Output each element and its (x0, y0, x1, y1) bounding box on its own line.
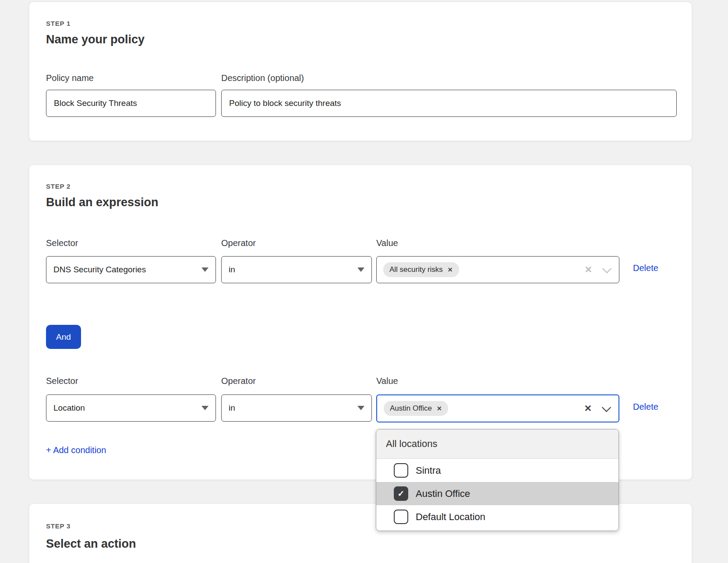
chevron-down-icon[interactable] (602, 403, 611, 412)
caret-down-icon (201, 406, 209, 410)
selector-dropdown-row2[interactable]: Location (46, 394, 216, 422)
policy-name-input[interactable] (46, 90, 216, 117)
value-multiselect-row2[interactable]: Austin Office ✕ ✕ (376, 394, 619, 422)
selector-dropdown-row1-value: DNS Security Categories (53, 265, 146, 274)
operator-dropdown-row1-value: in (229, 265, 235, 274)
operator-column-label: Operator (221, 376, 256, 386)
caret-down-icon (201, 267, 209, 272)
operator-dropdown-row2-value: in (229, 403, 235, 413)
operator-dropdown-row2[interactable]: in (221, 394, 372, 422)
step1-label: STEP 1 (46, 20, 71, 27)
step2-label: STEP 2 (46, 183, 71, 190)
selector-dropdown-row1[interactable]: DNS Security Categories (46, 256, 216, 283)
operator-column-label: Operator (221, 238, 256, 248)
operator-dropdown-row1[interactable]: in (221, 256, 372, 283)
step3-label: STEP 3 (46, 522, 71, 530)
dropdown-option-austin-office[interactable]: ✓ Austin Office (376, 482, 618, 505)
selector-column-label: Selector (46, 376, 78, 386)
value-tag: Austin Office ✕ (384, 401, 448, 416)
dropdown-option-label: Default Location (416, 511, 485, 523)
dropdown-option-label: Sintra (416, 465, 441, 476)
checkbox-unchecked[interactable]: ✓ (394, 510, 408, 524)
step3-title: Select an action (46, 537, 136, 551)
dropdown-option-sintra[interactable]: ✓ Sintra (376, 459, 618, 482)
selector-column-label: Selector (46, 238, 78, 248)
caret-down-icon (357, 267, 364, 272)
clear-icon[interactable]: ✕ (584, 403, 592, 414)
checkbox-unchecked[interactable]: ✓ (394, 463, 408, 478)
remove-tag-icon[interactable]: ✕ (437, 405, 442, 412)
and-button[interactable]: And (46, 325, 81, 349)
location-dropdown-menu: All locations ✓ Sintra ✓ Austin Office ✓… (376, 429, 619, 531)
description-label: Description (optional) (221, 73, 304, 83)
step1-card: STEP 1 Name your policy Policy name Desc… (29, 2, 692, 141)
value-column-label: Value (376, 376, 398, 386)
value-tag-text: All security risks (389, 265, 443, 274)
step2-title: Build an expression (46, 196, 159, 209)
dropdown-option-default-location[interactable]: ✓ Default Location (376, 505, 618, 528)
remove-tag-icon[interactable]: ✕ (448, 266, 453, 273)
selector-dropdown-row2-value: Location (53, 403, 85, 413)
caret-down-icon (357, 406, 364, 410)
value-tag: All security risks ✕ (383, 262, 459, 277)
checkbox-checked[interactable]: ✓ (394, 486, 408, 501)
policy-name-label: Policy name (46, 73, 94, 83)
dropdown-option-label: Austin Office (416, 488, 470, 500)
value-column-label: Value (376, 238, 398, 248)
value-tag-text: Austin Office (390, 404, 432, 413)
clear-icon[interactable]: ✕ (584, 264, 592, 275)
description-input[interactable] (221, 90, 677, 117)
step1-title: Name your policy (46, 33, 145, 46)
delete-row2-link[interactable]: Delete (633, 402, 658, 412)
value-multiselect-row1[interactable]: All security risks ✕ ✕ (376, 256, 619, 283)
dropdown-option-all-locations[interactable]: All locations (376, 429, 618, 459)
delete-row1-link[interactable]: Delete (633, 263, 658, 273)
add-condition-link[interactable]: + Add condition (46, 445, 106, 455)
check-icon: ✓ (398, 489, 405, 498)
chevron-down-icon[interactable] (602, 264, 611, 273)
